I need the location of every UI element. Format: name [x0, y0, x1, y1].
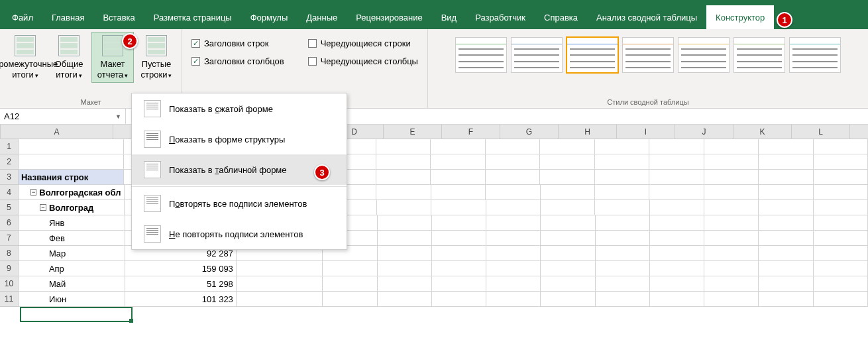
name-box[interactable]: A12 ▼ [0, 109, 126, 124]
chk-banded-cols[interactable]: Чередующиеся столбцы [308, 56, 418, 66]
tab-разметка-страницы[interactable]: Разметка страницы [144, 5, 241, 29]
cell[interactable] [595, 154, 649, 170]
cell[interactable] [704, 139, 759, 154]
col-header-I[interactable]: I [617, 125, 675, 139]
cell[interactable] [540, 170, 594, 185]
cell[interactable] [378, 276, 432, 292]
cell[interactable] [649, 139, 704, 154]
cell[interactable] [650, 215, 704, 231]
row-header[interactable]: 3 [0, 170, 19, 185]
row-header[interactable]: 9 [0, 261, 19, 276]
cell[interactable] [486, 215, 541, 231]
cell[interactable] [378, 246, 432, 261]
cell[interactable] [704, 276, 759, 292]
cell[interactable] [650, 231, 704, 246]
btn-grandtotals[interactable]: Общиеитоги▾ [48, 32, 90, 83]
cell[interactable] [378, 292, 432, 307]
cell[interactable] [376, 154, 431, 170]
tab-разработчик[interactable]: Разработчик [466, 5, 535, 29]
cell[interactable] [704, 200, 759, 215]
cell[interactable] [814, 215, 868, 231]
cell[interactable] [814, 292, 868, 307]
cell[interactable] [759, 170, 813, 185]
cell[interactable] [704, 170, 759, 185]
tab-рецензирование[interactable]: Рецензирование [347, 5, 431, 29]
cell[interactable] [378, 231, 432, 246]
cell[interactable] [814, 139, 868, 154]
cell[interactable] [595, 200, 649, 215]
cell[interactable] [432, 215, 486, 231]
btn-blank-rows[interactable]: Пустыестроки▾ [135, 32, 178, 83]
col-header-E[interactable]: E [384, 125, 442, 139]
cell[interactable] [486, 154, 540, 170]
cell[interactable]: Май [19, 276, 125, 292]
collapse-icon[interactable]: − [30, 189, 36, 196]
cell[interactable] [541, 261, 595, 276]
cell[interactable] [596, 292, 650, 307]
cell[interactable] [650, 292, 704, 307]
cell[interactable] [759, 292, 813, 307]
chk-col-headers[interactable]: ✓ Заголовки столбцов [191, 56, 284, 66]
pivot-style-thumb[interactable] [678, 37, 730, 73]
cell[interactable] [541, 200, 595, 215]
cell[interactable] [814, 200, 868, 215]
cell[interactable] [541, 292, 595, 307]
cell[interactable] [486, 276, 541, 292]
col-header-M[interactable]: M [850, 125, 868, 139]
cell[interactable] [649, 154, 704, 170]
dropdown-item[interactable]: Не повторять подписи элементов [132, 219, 347, 249]
col-header-F[interactable]: F [442, 125, 500, 139]
cell[interactable] [759, 215, 813, 231]
cell[interactable] [704, 215, 759, 231]
cell[interactable]: Мар [19, 246, 125, 261]
row-header[interactable]: 10 [0, 276, 19, 292]
cell[interactable] [378, 261, 432, 276]
cell[interactable] [431, 170, 485, 185]
cell[interactable] [650, 200, 704, 215]
pivot-style-thumb[interactable] [567, 37, 618, 73]
cell[interactable] [596, 231, 650, 246]
pivot-style-thumb[interactable] [789, 37, 841, 73]
cell[interactable] [596, 261, 650, 276]
cell[interactable] [486, 261, 541, 276]
col-header-L[interactable]: L [792, 125, 850, 139]
cell[interactable] [541, 185, 595, 200]
col-header-A[interactable]: A [1, 125, 113, 139]
cell[interactable] [649, 170, 704, 185]
cell[interactable] [759, 185, 813, 200]
cell[interactable]: Фев [19, 231, 125, 246]
cell[interactable] [377, 200, 431, 215]
cell[interactable] [486, 200, 541, 215]
cell[interactable] [704, 246, 759, 261]
cell[interactable] [541, 231, 595, 246]
cell[interactable] [486, 170, 540, 185]
row-header[interactable]: 8 [0, 246, 19, 261]
cell[interactable] [541, 246, 595, 261]
tab-вставка[interactable]: Вставка [93, 5, 144, 29]
tab-конструктор[interactable]: Конструктор [706, 5, 774, 29]
cell[interactable]: Июн [19, 292, 125, 307]
dropdown-item[interactable]: Показать в сжатой форме [132, 93, 347, 124]
cell[interactable] [814, 231, 868, 246]
cell[interactable] [19, 139, 124, 154]
cell[interactable] [486, 185, 540, 200]
cell[interactable] [595, 139, 649, 154]
cell[interactable] [237, 292, 323, 307]
cell[interactable] [19, 154, 124, 170]
row-header[interactable]: 4 [0, 185, 19, 200]
cell[interactable] [596, 246, 650, 261]
cell[interactable] [595, 185, 649, 200]
cell[interactable] [237, 276, 323, 292]
dropdown-item[interactable]: Повторять все подписи элементов [132, 188, 347, 219]
dropdown-item[interactable]: Показать в форме структуры [132, 124, 347, 154]
selection-handle[interactable] [129, 319, 133, 323]
cell[interactable] [486, 139, 540, 154]
row-header[interactable]: 6 [0, 215, 19, 231]
cell[interactable] [432, 261, 486, 276]
tab-анализ-сводной-таблицы[interactable]: Анализ сводной таблицы [587, 5, 706, 29]
cell[interactable] [650, 276, 704, 292]
cell[interactable] [759, 200, 813, 215]
cell[interactable] [704, 185, 759, 200]
tab-файл[interactable]: Файл [3, 5, 42, 29]
cell[interactable] [814, 170, 868, 185]
